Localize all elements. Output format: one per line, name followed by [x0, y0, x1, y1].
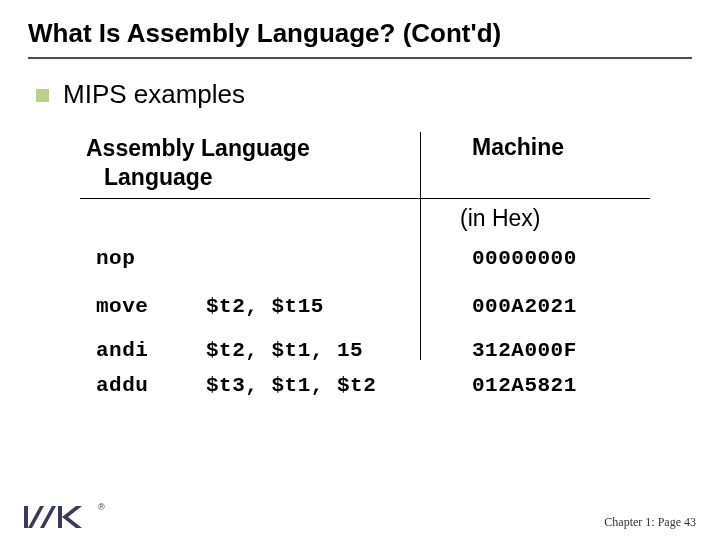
- cell-mnemonic: nop: [80, 244, 206, 274]
- header-machine: Machine: [420, 132, 564, 194]
- cell-operands: $t2, $t15: [206, 292, 460, 322]
- cell-hex: 00000000: [460, 244, 577, 274]
- cell-mnemonic: move: [80, 292, 206, 322]
- table-row: addu $t3, $t1, $t2 012A5821: [80, 371, 692, 401]
- bullet-square-icon: [36, 89, 49, 102]
- cell-operands: [206, 244, 460, 274]
- cell-hex: 000A2021: [460, 292, 577, 322]
- cell-operands: $t3, $t1, $t2: [206, 371, 460, 401]
- header-subhead: (in Hex): [80, 205, 692, 232]
- table-header-row: Assembly Language Language Machine: [80, 132, 692, 194]
- table-horizontal-rule: [80, 198, 650, 199]
- header-assembly-line1: Assembly Language: [86, 135, 310, 161]
- svg-marker-4: [62, 506, 82, 528]
- cell-hex: 312A000F: [460, 336, 577, 366]
- title-underline: [28, 57, 692, 59]
- slide: What Is Assembly Language? (Cont'd) MIPS…: [0, 0, 720, 401]
- cell-hex: 012A5821: [460, 371, 577, 401]
- header-assembly-line2: Language: [86, 164, 213, 190]
- svg-marker-2: [40, 506, 56, 528]
- mk-logo-icon: [24, 502, 96, 532]
- header-assembly: Assembly Language Language: [80, 132, 420, 194]
- publisher-logo: ®: [24, 502, 105, 532]
- cell-operands: $t2, $t1, 15: [206, 336, 460, 366]
- footer-page-label: Chapter 1: Page 43: [604, 515, 696, 530]
- bullet-item: MIPS examples: [36, 79, 692, 110]
- table-row: move $t2, $t15 000A2021: [80, 292, 692, 322]
- bullet-text: MIPS examples: [63, 79, 245, 110]
- slide-title: What Is Assembly Language? (Cont'd): [28, 18, 692, 55]
- svg-marker-1: [28, 506, 44, 528]
- registered-mark: ®: [98, 502, 105, 512]
- table-vertical-rule: [420, 132, 421, 360]
- svg-rect-3: [58, 506, 62, 528]
- cell-mnemonic: addu: [80, 371, 206, 401]
- table-row: andi $t2, $t1, 15 312A000F: [80, 336, 692, 366]
- svg-rect-0: [24, 506, 28, 528]
- table-row: nop 00000000: [80, 244, 692, 274]
- cell-mnemonic: andi: [80, 336, 206, 366]
- example-table: Assembly Language Language Machine (in H…: [80, 132, 692, 401]
